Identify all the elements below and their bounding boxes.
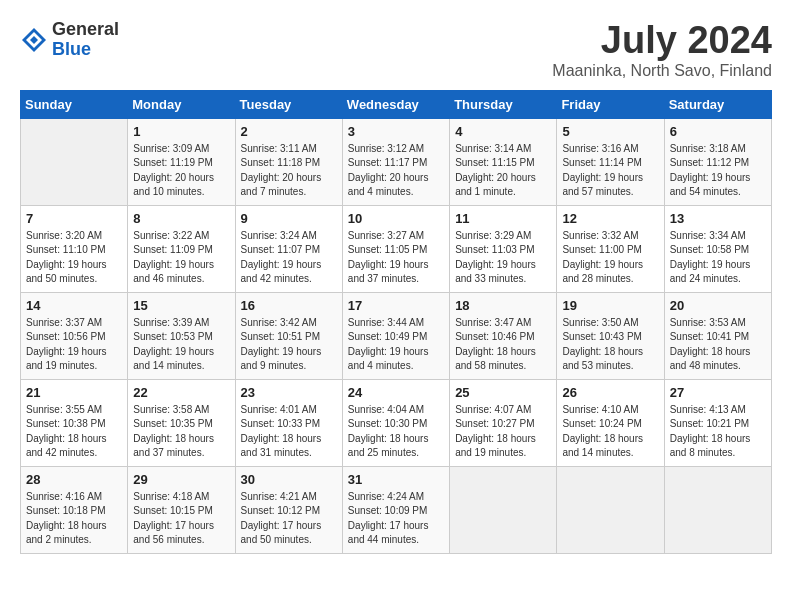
day-number: 16	[241, 298, 337, 313]
calendar-day-cell: 31Sunrise: 4:24 AM Sunset: 10:09 PM Dayl…	[342, 466, 449, 553]
weekday-header-row: SundayMondayTuesdayWednesdayThursdayFrid…	[21, 90, 772, 118]
day-number: 13	[670, 211, 766, 226]
logo-text: General Blue	[52, 20, 119, 60]
day-number: 30	[241, 472, 337, 487]
day-info: Sunrise: 4:04 AM Sunset: 10:30 PM Daylig…	[348, 403, 444, 461]
day-info: Sunrise: 3:16 AM Sunset: 11:14 PM Daylig…	[562, 142, 658, 200]
calendar-day-cell: 26Sunrise: 4:10 AM Sunset: 10:24 PM Dayl…	[557, 379, 664, 466]
calendar-day-cell: 28Sunrise: 4:16 AM Sunset: 10:18 PM Dayl…	[21, 466, 128, 553]
day-number: 27	[670, 385, 766, 400]
day-info: Sunrise: 4:07 AM Sunset: 10:27 PM Daylig…	[455, 403, 551, 461]
calendar-week-row: 14Sunrise: 3:37 AM Sunset: 10:56 PM Dayl…	[21, 292, 772, 379]
calendar-day-cell: 22Sunrise: 3:58 AM Sunset: 10:35 PM Dayl…	[128, 379, 235, 466]
subtitle: Maaninka, North Savo, Finland	[552, 62, 772, 80]
calendar-day-cell: 13Sunrise: 3:34 AM Sunset: 10:58 PM Dayl…	[664, 205, 771, 292]
day-info: Sunrise: 3:37 AM Sunset: 10:56 PM Daylig…	[26, 316, 122, 374]
calendar-day-cell: 15Sunrise: 3:39 AM Sunset: 10:53 PM Dayl…	[128, 292, 235, 379]
day-number: 11	[455, 211, 551, 226]
logo: General Blue	[20, 20, 119, 60]
day-info: Sunrise: 4:10 AM Sunset: 10:24 PM Daylig…	[562, 403, 658, 461]
weekday-header: Friday	[557, 90, 664, 118]
day-info: Sunrise: 3:29 AM Sunset: 11:03 PM Daylig…	[455, 229, 551, 287]
day-info: Sunrise: 3:39 AM Sunset: 10:53 PM Daylig…	[133, 316, 229, 374]
calendar-day-cell: 30Sunrise: 4:21 AM Sunset: 10:12 PM Dayl…	[235, 466, 342, 553]
weekday-header: Wednesday	[342, 90, 449, 118]
calendar-day-cell: 14Sunrise: 3:37 AM Sunset: 10:56 PM Dayl…	[21, 292, 128, 379]
day-info: Sunrise: 4:01 AM Sunset: 10:33 PM Daylig…	[241, 403, 337, 461]
day-number: 31	[348, 472, 444, 487]
calendar-day-cell	[664, 466, 771, 553]
calendar-day-cell: 24Sunrise: 4:04 AM Sunset: 10:30 PM Dayl…	[342, 379, 449, 466]
day-number: 7	[26, 211, 122, 226]
day-info: Sunrise: 3:58 AM Sunset: 10:35 PM Daylig…	[133, 403, 229, 461]
calendar-table: SundayMondayTuesdayWednesdayThursdayFrid…	[20, 90, 772, 554]
day-number: 12	[562, 211, 658, 226]
day-number: 17	[348, 298, 444, 313]
day-number: 24	[348, 385, 444, 400]
day-number: 19	[562, 298, 658, 313]
day-info: Sunrise: 3:42 AM Sunset: 10:51 PM Daylig…	[241, 316, 337, 374]
day-info: Sunrise: 3:55 AM Sunset: 10:38 PM Daylig…	[26, 403, 122, 461]
weekday-header: Sunday	[21, 90, 128, 118]
calendar-day-cell: 8Sunrise: 3:22 AM Sunset: 11:09 PM Dayli…	[128, 205, 235, 292]
calendar-day-cell: 6Sunrise: 3:18 AM Sunset: 11:12 PM Dayli…	[664, 118, 771, 205]
calendar-day-cell: 3Sunrise: 3:12 AM Sunset: 11:17 PM Dayli…	[342, 118, 449, 205]
calendar-day-cell: 25Sunrise: 4:07 AM Sunset: 10:27 PM Dayl…	[450, 379, 557, 466]
day-info: Sunrise: 3:53 AM Sunset: 10:41 PM Daylig…	[670, 316, 766, 374]
weekday-header: Saturday	[664, 90, 771, 118]
day-info: Sunrise: 3:20 AM Sunset: 11:10 PM Daylig…	[26, 229, 122, 287]
header: General Blue July 2024 Maaninka, North S…	[20, 20, 772, 80]
day-number: 5	[562, 124, 658, 139]
day-number: 23	[241, 385, 337, 400]
day-info: Sunrise: 3:18 AM Sunset: 11:12 PM Daylig…	[670, 142, 766, 200]
calendar-day-cell: 27Sunrise: 4:13 AM Sunset: 10:21 PM Dayl…	[664, 379, 771, 466]
day-info: Sunrise: 4:13 AM Sunset: 10:21 PM Daylig…	[670, 403, 766, 461]
day-info: Sunrise: 3:47 AM Sunset: 10:46 PM Daylig…	[455, 316, 551, 374]
day-number: 8	[133, 211, 229, 226]
day-info: Sunrise: 3:34 AM Sunset: 10:58 PM Daylig…	[670, 229, 766, 287]
title-area: July 2024 Maaninka, North Savo, Finland	[552, 20, 772, 80]
day-number: 10	[348, 211, 444, 226]
day-number: 25	[455, 385, 551, 400]
logo-general: General	[52, 20, 119, 40]
weekday-header: Thursday	[450, 90, 557, 118]
day-info: Sunrise: 3:50 AM Sunset: 10:43 PM Daylig…	[562, 316, 658, 374]
day-info: Sunrise: 3:44 AM Sunset: 10:49 PM Daylig…	[348, 316, 444, 374]
day-info: Sunrise: 3:12 AM Sunset: 11:17 PM Daylig…	[348, 142, 444, 200]
day-number: 6	[670, 124, 766, 139]
calendar-day-cell: 19Sunrise: 3:50 AM Sunset: 10:43 PM Dayl…	[557, 292, 664, 379]
calendar-day-cell: 2Sunrise: 3:11 AM Sunset: 11:18 PM Dayli…	[235, 118, 342, 205]
calendar-day-cell: 4Sunrise: 3:14 AM Sunset: 11:15 PM Dayli…	[450, 118, 557, 205]
calendar-day-cell: 10Sunrise: 3:27 AM Sunset: 11:05 PM Dayl…	[342, 205, 449, 292]
day-number: 29	[133, 472, 229, 487]
calendar-day-cell: 16Sunrise: 3:42 AM Sunset: 10:51 PM Dayl…	[235, 292, 342, 379]
day-info: Sunrise: 3:32 AM Sunset: 11:00 PM Daylig…	[562, 229, 658, 287]
calendar-day-cell: 17Sunrise: 3:44 AM Sunset: 10:49 PM Dayl…	[342, 292, 449, 379]
main-title: July 2024	[552, 20, 772, 62]
day-info: Sunrise: 4:16 AM Sunset: 10:18 PM Daylig…	[26, 490, 122, 548]
weekday-header: Tuesday	[235, 90, 342, 118]
calendar-week-row: 7Sunrise: 3:20 AM Sunset: 11:10 PM Dayli…	[21, 205, 772, 292]
day-info: Sunrise: 3:22 AM Sunset: 11:09 PM Daylig…	[133, 229, 229, 287]
day-number: 22	[133, 385, 229, 400]
calendar-day-cell: 1Sunrise: 3:09 AM Sunset: 11:19 PM Dayli…	[128, 118, 235, 205]
calendar-day-cell	[450, 466, 557, 553]
day-info: Sunrise: 3:24 AM Sunset: 11:07 PM Daylig…	[241, 229, 337, 287]
day-number: 14	[26, 298, 122, 313]
day-info: Sunrise: 3:14 AM Sunset: 11:15 PM Daylig…	[455, 142, 551, 200]
calendar-day-cell: 21Sunrise: 3:55 AM Sunset: 10:38 PM Dayl…	[21, 379, 128, 466]
calendar-week-row: 1Sunrise: 3:09 AM Sunset: 11:19 PM Dayli…	[21, 118, 772, 205]
calendar-day-cell: 29Sunrise: 4:18 AM Sunset: 10:15 PM Dayl…	[128, 466, 235, 553]
day-number: 4	[455, 124, 551, 139]
calendar-week-row: 28Sunrise: 4:16 AM Sunset: 10:18 PM Dayl…	[21, 466, 772, 553]
day-number: 26	[562, 385, 658, 400]
day-info: Sunrise: 4:21 AM Sunset: 10:12 PM Daylig…	[241, 490, 337, 548]
day-number: 9	[241, 211, 337, 226]
calendar-day-cell	[21, 118, 128, 205]
day-number: 1	[133, 124, 229, 139]
weekday-header: Monday	[128, 90, 235, 118]
calendar-day-cell: 7Sunrise: 3:20 AM Sunset: 11:10 PM Dayli…	[21, 205, 128, 292]
calendar-day-cell: 23Sunrise: 4:01 AM Sunset: 10:33 PM Dayl…	[235, 379, 342, 466]
calendar-day-cell: 20Sunrise: 3:53 AM Sunset: 10:41 PM Dayl…	[664, 292, 771, 379]
day-number: 21	[26, 385, 122, 400]
